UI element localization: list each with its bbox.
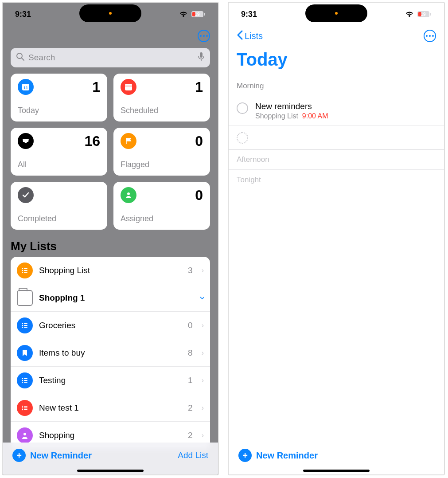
list-new-test-1[interactable]: New test 1 2 › [11,394,210,422]
section-morning[interactable]: Morning [229,76,444,96]
list-title: Shopping 1 [39,293,195,303]
ellipsis-icon [426,35,434,37]
bookmark-icon [17,345,33,361]
reminders-lists-screen: 9:31 19 Sear [2,2,219,475]
reminder-item[interactable]: New reminders Shopping List 9:00 AM [229,96,444,126]
svg-rect-34 [24,407,27,408]
inbox-icon [18,133,34,149]
smart-card-assigned[interactable]: 0 Assigned [113,182,210,230]
completed-label: Completed [18,214,100,223]
search-placeholder: Search [28,53,194,63]
svg-point-31 [22,405,23,407]
reminder-title: New reminders [255,102,436,111]
svg-point-23 [22,326,23,328]
svg-point-15 [22,270,23,271]
svg-rect-16 [24,270,27,271]
all-label: All [18,160,100,169]
svg-point-17 [22,271,23,273]
svg-point-33 [22,407,23,408]
all-count: 16 [84,133,100,149]
back-button[interactable]: Lists [237,30,263,42]
svg-point-19 [22,323,23,324]
section-afternoon[interactable]: Afternoon [229,149,444,170]
chevron-left-icon [237,30,243,42]
list-shopping1-folder[interactable]: Shopping 1 › [11,284,210,312]
battery-icon: 19 [417,11,432,18]
list-bullet-icon [17,372,33,388]
scheduled-label: Scheduled [121,106,203,115]
list-count: 8 [188,348,193,358]
new-reminder-placeholder-row[interactable] [229,126,444,149]
search-icon [16,52,25,63]
back-label: Lists [245,31,263,41]
add-list-button[interactable]: Add List [178,451,208,460]
new-reminder-button[interactable]: + New Reminder [238,449,318,462]
list-count: 2 [188,403,193,413]
search-input[interactable]: Search [11,48,210,67]
svg-rect-2 [204,13,205,16]
list-items-to-buy[interactable]: Items to buy 8 › [11,339,210,367]
nav-row: Lists [229,26,444,46]
chevron-right-icon: › [202,349,204,357]
list-count: 2 [188,431,193,440]
reminder-meta: Shopping List 9:00 AM [255,112,436,120]
smart-card-all[interactable]: 16 All [11,128,107,176]
plus-circle-icon: + [238,449,252,462]
chevron-right-icon: › [202,376,204,384]
my-lists-header[interactable]: My Lists [3,230,218,257]
smart-card-today[interactable]: 11 1 Today [11,74,107,121]
flagged-label: Flagged [121,160,203,169]
reminders-today-screen: 9:31 19 Lists Toda [228,2,445,475]
new-reminder-label: New Reminder [256,451,318,461]
chevron-right-icon: › [202,321,204,329]
wifi-icon [179,11,188,18]
more-button[interactable] [198,30,210,42]
smart-card-completed[interactable]: Completed [11,182,107,230]
page-title: Today [229,46,444,76]
list-count: 0 [188,321,193,330]
svg-point-4 [17,53,22,59]
svg-point-13 [22,268,23,269]
placeholder-checkbox-icon [237,132,248,144]
svg-rect-22 [24,325,27,326]
status-time: 9:31 [241,10,257,19]
svg-rect-40 [430,13,431,16]
my-lists-container: Shopping List 3 › Shopping 1 › Groceries… [11,257,210,449]
svg-point-37 [23,433,26,435]
person-icon [17,427,33,443]
reminder-checkbox[interactable] [237,102,248,114]
smart-card-scheduled[interactable]: 1 Scheduled [113,74,210,121]
section-tonight[interactable]: Tonight [229,170,444,190]
dynamic-island [79,4,141,22]
list-testing[interactable]: Testing 1 › [11,367,210,394]
new-reminder-label: New Reminder [30,451,92,461]
list-shopping-list[interactable]: Shopping List 3 › [11,257,210,284]
list-title: Shopping List [39,266,182,275]
assigned-count: 0 [195,187,203,204]
new-reminder-button[interactable]: + New Reminder [12,449,92,462]
svg-text:19: 19 [195,12,200,17]
list-title: Testing [39,376,182,385]
svg-point-25 [22,378,23,379]
svg-point-27 [22,380,23,381]
list-bullet-icon [17,263,33,278]
smart-card-flagged[interactable]: 0 Flagged [113,128,210,176]
dynamic-island [305,4,367,22]
home-indicator[interactable] [77,470,144,472]
calendar-today-icon: 11 [18,79,34,95]
svg-rect-20 [24,323,27,324]
svg-text:19: 19 [421,12,426,17]
svg-point-12 [127,192,130,195]
chevron-down-icon: › [196,296,208,299]
home-indicator[interactable] [303,470,370,472]
list-bullet-icon [17,317,33,333]
list-groceries[interactable]: Groceries 0 › [11,312,210,339]
more-button[interactable] [424,30,436,42]
svg-point-35 [22,409,23,410]
list-title: New test 1 [39,403,182,413]
svg-rect-10 [125,84,132,90]
today-count: 1 [92,79,100,95]
status-bar: 9:31 19 [3,3,218,26]
svg-point-29 [22,381,23,383]
checkmark-icon [18,187,34,203]
